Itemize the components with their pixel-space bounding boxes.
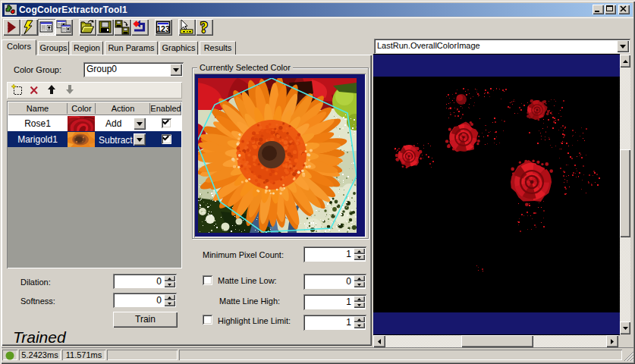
svg-text:?: ? <box>200 19 208 36</box>
svg-text:123: 123 <box>156 24 170 33</box>
